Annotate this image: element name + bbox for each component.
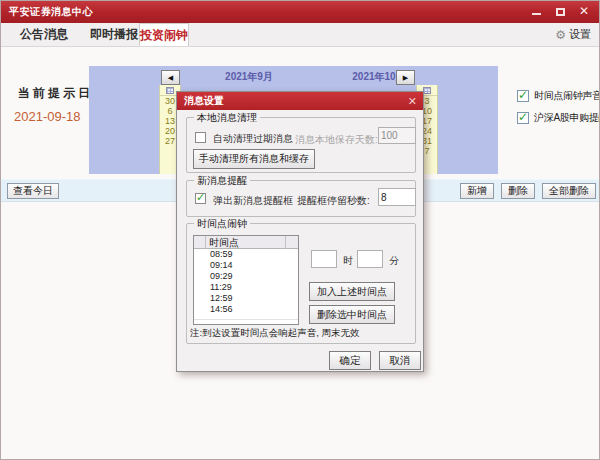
delete-time-point-button[interactable]: 删除选中时间点 [309,305,395,324]
dialog-title: 消息设置 [184,92,224,110]
table-gridline [194,324,298,325]
hour-input[interactable] [311,250,337,268]
new-message-group-label: 新消息提醒 [194,174,250,188]
calendar-next-button[interactable]: ▶ [396,70,415,85]
local-cleanup-group: 本地消息清理 自动清理过期消息 消息本地保存天数: 手动清理所有消息和缓存 [186,117,416,173]
checkbox-checked-icon[interactable]: ✓ [517,90,529,102]
tab-announcements[interactable]: 公告消息 [19,23,69,46]
close-button[interactable]: ✕ [579,6,591,18]
cancel-button[interactable]: 取消 [379,351,421,370]
time-alarm-group: 时间点闹钟 时间点 08:59 09:14 09:29 11:29 12:59 … [186,223,416,344]
maximize-button[interactable] [555,6,567,18]
time-point-row[interactable]: 09:14 [194,260,298,271]
content-area: 当前提示日 2021-09-18 ◀ 2021年9月 2021年10月 ▶ 30… [1,47,600,460]
time-alarm-group-label: 时间点闹钟 [194,217,250,231]
calendar-month-october: 2021年10月 [319,70,439,84]
time-points-table: 时间点 08:59 09:14 09:29 11:29 12:59 14:56 [193,235,299,325]
view-today-button[interactable]: 查看今日 [7,183,59,199]
time-points-header-label: 时间点 [209,237,239,248]
message-settings-dialog: 消息设置 ✕ 本地消息清理 自动清理过期消息 消息本地保存天数: 手动清理所有消… [176,91,424,372]
stay-seconds-input[interactable] [378,188,416,206]
keep-days-label: 消息本地保存天数: [295,133,378,147]
minute-input[interactable] [357,250,383,268]
title-bar: 平安证券消息中心 ✕ [1,1,600,23]
mini-calendar-icon [166,87,174,94]
time-point-row[interactable]: 09:29 [194,271,298,282]
option-ashare-reminder-label: 沪深A股申购提醒 [534,111,600,125]
window-title: 平安证券消息中心 [9,1,93,23]
manual-clean-button[interactable]: 手动清理所有消息和缓存 [193,149,315,169]
local-cleanup-group-label: 本地消息清理 [194,111,260,125]
settings-button[interactable]: ⚙ 设置 [555,23,591,46]
maximize-icon [556,8,565,16]
time-points-table-header: 时间点 [194,236,298,249]
delete-all-button[interactable]: 全部删除 [542,183,596,199]
dialog-title-bar: 消息设置 ✕ [177,92,423,110]
current-date-value: 2021-09-18 [14,109,81,124]
time-point-row[interactable]: 12:59 [194,293,298,304]
new-message-group: 新消息提醒 ✓ 弹出新消息提醒框 提醒框停留秒数: [186,180,416,217]
add-button[interactable]: 新增 [460,183,494,199]
tab-live-broadcast[interactable]: 即时播报 [89,23,139,46]
ok-button[interactable]: 确定 [329,351,371,370]
hour-label: 时 [343,254,353,268]
time-alarm-note: 注:到达设置时间点会响起声音, 周末无效 [190,327,359,340]
minute-label: 分 [389,254,399,268]
calendar-month-september: 2021年9月 [189,70,309,84]
minimize-icon [532,13,541,15]
stay-seconds-label: 提醒框停留秒数: [297,194,370,208]
gear-icon: ⚙ [555,29,566,41]
delete-button[interactable]: 删除 [501,183,535,199]
option-alarm-sound[interactable]: ✓ 时间点闹钟声音 [517,89,600,103]
add-time-point-button[interactable]: 加入上述时间点 [309,282,395,301]
time-point-row[interactable]: 14:56 [194,304,298,315]
column-divider [285,236,286,249]
popup-label: 弹出新消息提醒框 [213,194,293,208]
current-date-label: 当前提示日 [18,85,93,102]
popup-checkbox[interactable]: ✓ [195,193,206,204]
keep-days-input[interactable] [378,127,416,144]
time-point-row[interactable]: 08:59 [194,249,298,260]
auto-clean-label: 自动清理过期消息 [213,132,293,146]
calendar-prev-button[interactable]: ◀ [161,70,180,85]
app-window: 平安证券消息中心 ✕ 公告消息 即时播报 投资闹钟 ⚙ 设置 当前提示日 202… [0,0,600,460]
checkbox-checked-icon[interactable]: ✓ [517,112,529,124]
settings-label: 设置 [569,27,591,42]
option-ashare-reminder[interactable]: ✓ 沪深A股申购提醒 [517,111,600,125]
time-point-row[interactable]: 11:29 [194,282,298,293]
close-icon: ✕ [579,4,589,18]
mini-calendar-icon [423,87,431,94]
table-gridline [194,319,298,320]
tab-bar: 公告消息 即时播报 投资闹钟 ⚙ 设置 [1,23,600,47]
tab-investment-alarm[interactable]: 投资闹钟 [139,23,189,46]
column-divider [205,236,206,249]
minimize-button[interactable] [531,6,543,18]
auto-clean-checkbox[interactable] [195,132,206,143]
option-alarm-sound-label: 时间点闹钟声音 [534,89,600,103]
dialog-close-button[interactable]: ✕ [408,92,417,110]
